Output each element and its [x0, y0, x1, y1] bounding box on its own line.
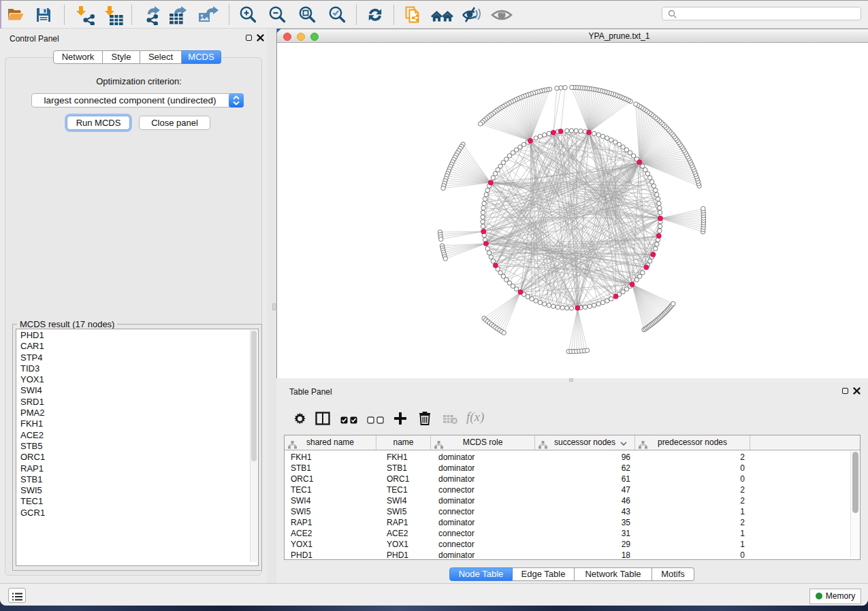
- svg-text:f(x): f(x): [466, 410, 484, 425]
